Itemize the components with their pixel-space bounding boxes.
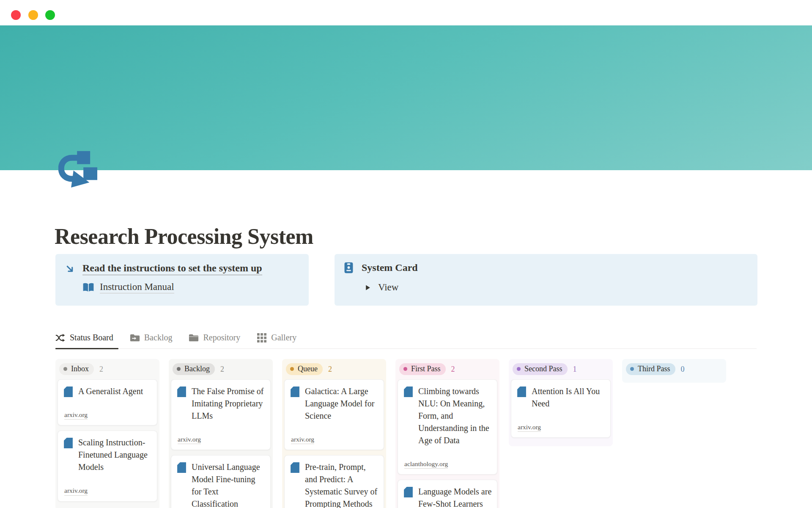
paper-card[interactable]: Galactica: A Large Language Model for Sc… bbox=[284, 379, 384, 450]
status-board: Inbox2A Generalist Agentarxiv.orgScaling… bbox=[55, 359, 726, 508]
document-icon bbox=[291, 462, 299, 473]
view-tabs: Status BoardBacklogRepositoryGallery bbox=[55, 330, 757, 349]
tab-label: Repository bbox=[203, 333, 240, 342]
system-card-callout: System Card View bbox=[335, 254, 757, 306]
paper-card[interactable]: The False Promise of Imitating Proprieta… bbox=[171, 379, 271, 450]
source-link[interactable]: arxiv.org bbox=[178, 435, 201, 444]
board-column-first-pass: First Pass2Climbing towards NLU: On Mean… bbox=[395, 359, 499, 508]
status-dot-icon bbox=[290, 367, 294, 371]
status-name: Queue bbox=[298, 364, 318, 373]
instructions-page-link[interactable]: Read the instructions to set the system … bbox=[82, 262, 262, 275]
tab-backlog[interactable]: Backlog bbox=[130, 330, 178, 348]
paper-title: Climbing towards NLU: On Meaning, Form, … bbox=[418, 385, 492, 447]
column-header: Backlog2 bbox=[171, 362, 271, 379]
toggle-triangle-icon[interactable] bbox=[365, 284, 371, 291]
grid-icon bbox=[257, 333, 267, 342]
board-column-third-pass: Third Pass0 bbox=[622, 359, 726, 383]
paper-title: Scaling Instruction-Finetuned Language M… bbox=[78, 436, 152, 473]
instruction-manual-link[interactable]: Instruction Manual bbox=[100, 282, 174, 293]
tab-label: Gallery bbox=[271, 333, 296, 342]
paper-title: The False Promise of Imitating Proprieta… bbox=[192, 385, 265, 422]
source-link[interactable]: arxiv.org bbox=[291, 435, 314, 444]
column-header: Second Pass1 bbox=[511, 362, 611, 379]
system-card-title: System Card bbox=[362, 262, 418, 273]
status-name: Third Pass bbox=[638, 364, 670, 373]
column-header: Queue2 bbox=[284, 362, 384, 379]
paper-card[interactable]: Universal Language Model Fine-tuning for… bbox=[171, 455, 271, 508]
document-icon bbox=[404, 387, 413, 397]
paper-title: Attention Is All You Need bbox=[532, 385, 605, 410]
paper-title: Language Models are Few-Shot Learners bbox=[418, 486, 492, 508]
paper-card[interactable]: Language Models are Few-Shot Learners bbox=[398, 480, 497, 508]
status-pill[interactable]: Queue bbox=[286, 363, 323, 375]
shuffle-icon bbox=[55, 333, 66, 342]
zoom-window-button[interactable] bbox=[45, 10, 55, 20]
card-count: 1 bbox=[573, 365, 577, 374]
status-name: Backlog bbox=[184, 364, 210, 373]
document-icon bbox=[177, 387, 186, 397]
window-titlebar bbox=[0, 0, 812, 25]
source-link[interactable]: arxiv.org bbox=[518, 423, 541, 432]
tab-repository[interactable]: Repository bbox=[189, 330, 245, 348]
source-link[interactable]: aclanthology.org bbox=[404, 460, 448, 469]
card-count: 2 bbox=[99, 365, 103, 374]
status-pill[interactable]: Second Pass bbox=[513, 363, 568, 375]
document-icon bbox=[404, 487, 413, 497]
status-pill[interactable]: Inbox bbox=[59, 363, 94, 375]
board-column-queue: Queue2Galactica: A Large Language Model … bbox=[282, 359, 386, 508]
status-name: First Pass bbox=[411, 364, 441, 373]
source-link[interactable]: arxiv.org bbox=[64, 486, 88, 495]
card-count: 0 bbox=[681, 365, 685, 374]
column-header: First Pass2 bbox=[398, 362, 497, 379]
card-count: 2 bbox=[220, 365, 224, 374]
instructions-callout: Read the instructions to set the system … bbox=[55, 254, 309, 306]
tab-gallery[interactable]: Gallery bbox=[257, 330, 302, 348]
process-arrow-logo-icon[interactable] bbox=[58, 150, 98, 188]
source-link[interactable]: arxiv.org bbox=[64, 411, 88, 420]
document-icon bbox=[177, 462, 186, 473]
paper-card[interactable]: Pre-train, Prompt, and Predict: A System… bbox=[284, 455, 384, 508]
tab-status-board[interactable]: Status Board bbox=[55, 330, 118, 348]
page-cover bbox=[0, 25, 812, 170]
status-dot-icon bbox=[63, 367, 67, 371]
paper-card[interactable]: Scaling Instruction-Finetuned Language M… bbox=[58, 431, 157, 501]
paper-card[interactable]: Climbing towards NLU: On Meaning, Form, … bbox=[398, 379, 497, 475]
folder-icon bbox=[189, 333, 199, 342]
view-toggle-label[interactable]: View bbox=[378, 282, 398, 293]
column-header: Third Pass0 bbox=[624, 362, 724, 379]
status-dot-icon bbox=[517, 367, 521, 371]
document-icon bbox=[64, 438, 73, 448]
document-icon bbox=[64, 387, 73, 397]
card-count: 2 bbox=[451, 365, 455, 374]
paper-title: Pre-train, Prompt, and Predict: A System… bbox=[305, 461, 379, 508]
board-column-backlog: Backlog2The False Promise of Imitating P… bbox=[169, 359, 273, 508]
book-icon bbox=[82, 282, 94, 293]
minimize-window-button[interactable] bbox=[28, 10, 38, 20]
paper-title: Galactica: A Large Language Model for Sc… bbox=[305, 385, 379, 422]
column-header: Inbox2 bbox=[58, 362, 157, 379]
status-dot-icon bbox=[177, 367, 181, 371]
paper-title: Universal Language Model Fine-tuning for… bbox=[192, 461, 265, 508]
status-dot-icon bbox=[630, 367, 634, 371]
badge-icon bbox=[344, 262, 353, 273]
card-count: 2 bbox=[328, 365, 332, 374]
paper-title: A Generalist Agent bbox=[78, 385, 143, 398]
paper-card[interactable]: Attention Is All You Needarxiv.org bbox=[511, 379, 611, 438]
status-name: Second Pass bbox=[524, 364, 562, 373]
folder-arrow-icon bbox=[130, 333, 140, 342]
status-name: Inbox bbox=[71, 364, 89, 373]
paper-card[interactable]: A Generalist Agentarxiv.org bbox=[58, 379, 157, 425]
tab-label: Backlog bbox=[144, 333, 173, 342]
status-pill[interactable]: First Pass bbox=[399, 363, 446, 375]
close-window-button[interactable] bbox=[11, 10, 21, 20]
page-title[interactable]: Research Processing System bbox=[55, 224, 313, 249]
se-arrow-icon bbox=[65, 264, 75, 274]
board-column-second-pass: Second Pass1Attention Is All You Needarx… bbox=[509, 359, 613, 446]
status-pill[interactable]: Backlog bbox=[173, 363, 215, 375]
document-icon bbox=[517, 387, 526, 397]
status-pill[interactable]: Third Pass bbox=[626, 363, 675, 375]
board-column-inbox: Inbox2A Generalist Agentarxiv.orgScaling… bbox=[55, 359, 159, 508]
tab-label: Status Board bbox=[70, 333, 113, 342]
document-icon bbox=[291, 387, 299, 397]
status-dot-icon bbox=[403, 367, 407, 371]
